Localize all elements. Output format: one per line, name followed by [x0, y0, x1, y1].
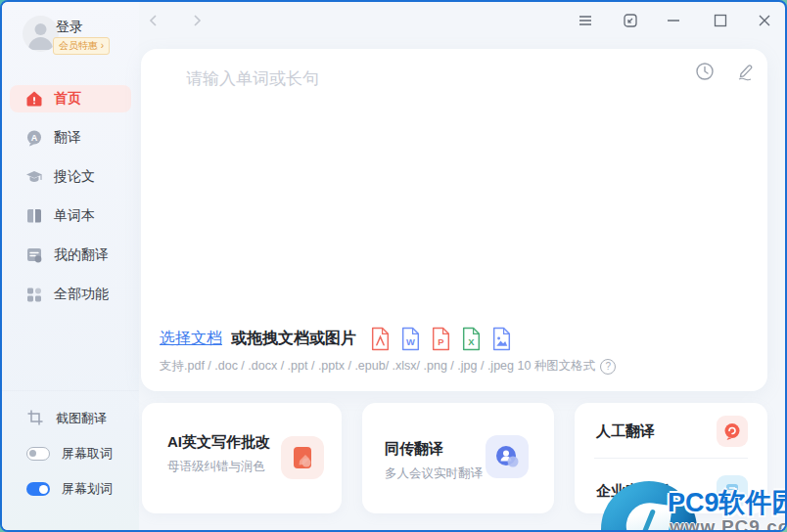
- select-document-link[interactable]: 选择文档: [160, 329, 222, 349]
- word-file-icon: W: [400, 327, 421, 351]
- ai-writing-icon: [281, 436, 324, 479]
- sidebar-item-label: 翻译: [54, 129, 81, 147]
- card-simultaneous-translate[interactable]: 同传翻译 多人会议实时翻译: [362, 403, 554, 513]
- screen-capture-word-toggle[interactable]: [26, 447, 50, 461]
- sidebar: 登录 会员特惠 › 首页 A 翻译 搜论文: [2, 2, 139, 530]
- sidebar-item-label: 我的翻译: [54, 246, 109, 264]
- tool-label: 截图翻译: [56, 410, 107, 427]
- svg-text:W: W: [406, 337, 415, 347]
- sidebar-item-home[interactable]: 首页: [10, 85, 131, 112]
- pdf-file-icon: [370, 327, 391, 351]
- row-title: 企业定制版: [596, 482, 670, 501]
- history-icon[interactable]: [695, 62, 715, 81]
- sidebar-tools: 截图翻译 屏幕取词 屏幕划词: [2, 390, 139, 512]
- card-title: 同传翻译: [385, 440, 483, 459]
- meeting-translate-icon: [486, 435, 529, 478]
- image-file-icon: [491, 327, 512, 351]
- translate-icon: A: [25, 129, 43, 147]
- sidebar-item-my-translations[interactable]: 我的翻译: [10, 242, 131, 269]
- feature-cards: AI英文写作批改 母语级纠错与润色 同传翻译 多人会议实时翻译 人工翻译: [142, 403, 767, 513]
- query-input[interactable]: [184, 62, 648, 97]
- screen-select-word-row[interactable]: 屏幕划词: [2, 477, 139, 501]
- drag-hint-label: 或拖拽文档或图片: [231, 329, 356, 349]
- help-icon[interactable]: ?: [600, 359, 616, 375]
- svg-text:A: A: [31, 133, 38, 143]
- supported-formats-label: 支持.pdf / .doc / .docx / .ppt / .pptx / .…: [160, 358, 595, 375]
- sidebar-item-label: 搜论文: [54, 168, 95, 186]
- close-button[interactable]: [756, 12, 773, 29]
- ppt-file-icon: P: [431, 327, 451, 351]
- sidebar-item-label: 全部功能: [54, 286, 109, 303]
- vip-offer-badge[interactable]: 会员特惠 ›: [53, 37, 110, 55]
- sidebar-item-wordbook[interactable]: 单词本: [10, 202, 131, 230]
- human-translate-row[interactable]: 人工翻译: [575, 403, 767, 458]
- screen-select-word-toggle[interactable]: [26, 482, 50, 496]
- nav-back-icon[interactable]: [145, 12, 162, 29]
- sidebar-item-label: 单词本: [54, 207, 95, 225]
- nav-forward-icon[interactable]: [188, 12, 206, 29]
- papers-icon: [25, 168, 43, 186]
- svg-text:P: P: [438, 337, 443, 347]
- crop-icon: [26, 409, 44, 429]
- my-translations-icon: [25, 246, 43, 264]
- app-window: 登录 会员特惠 › 首页 A 翻译 搜论文: [0, 0, 787, 532]
- login-link[interactable]: 登录: [56, 19, 83, 36]
- home-icon: [25, 90, 43, 108]
- sidebar-menu: 首页 A 翻译 搜论文 单词本: [2, 85, 139, 320]
- row-title: 人工翻译: [596, 422, 655, 441]
- screen-capture-word-row[interactable]: 屏幕取词: [2, 442, 139, 466]
- sidebar-item-papers[interactable]: 搜论文: [10, 163, 131, 191]
- document-upload-row: 选择文档 或拖拽文档或图片 W P X: [160, 327, 512, 351]
- tool-label: 屏幕取词: [62, 445, 113, 463]
- file-type-icons: W P X: [370, 327, 512, 351]
- card-services: 人工翻译 企业定制版: [575, 403, 767, 513]
- tool-label: 屏幕划词: [62, 480, 113, 498]
- card-subtitle: 母语级纠错与润色: [167, 459, 270, 475]
- minimize-button[interactable]: [665, 12, 682, 29]
- supported-formats-row: 支持.pdf / .doc / .docx / .ppt / .pptx / .…: [160, 358, 616, 375]
- translate-input-card: 选择文档 或拖拽文档或图片 W P X 支持.pdf / .doc / .doc…: [141, 49, 767, 391]
- sidebar-item-translate[interactable]: A 翻译: [10, 124, 131, 152]
- handwriting-icon[interactable]: [735, 62, 755, 81]
- screenshot-translate-button[interactable]: 截图翻译: [2, 407, 139, 430]
- wordbook-icon: [25, 207, 43, 225]
- watermark-site-url: www.PC9.com: [670, 516, 787, 532]
- card-title: AI英文写作批改: [167, 433, 270, 452]
- excel-file-icon: X: [461, 327, 482, 351]
- sidebar-item-label: 首页: [54, 90, 81, 108]
- maximize-button[interactable]: [712, 12, 729, 29]
- card-ai-writing[interactable]: AI英文写作批改 母语级纠错与润色: [142, 403, 342, 513]
- sidebar-item-all-features[interactable]: 全部功能: [10, 281, 131, 308]
- main-menu-icon[interactable]: [577, 12, 594, 29]
- compact-mode-icon[interactable]: [622, 12, 639, 29]
- enterprise-icon: [717, 475, 748, 507]
- svg-text:X: X: [468, 337, 475, 347]
- enterprise-row[interactable]: 企业定制版: [575, 459, 767, 513]
- all-features-icon: [25, 286, 43, 303]
- human-translate-icon: [717, 416, 748, 447]
- card-subtitle: 多人会议实时翻译: [385, 466, 483, 482]
